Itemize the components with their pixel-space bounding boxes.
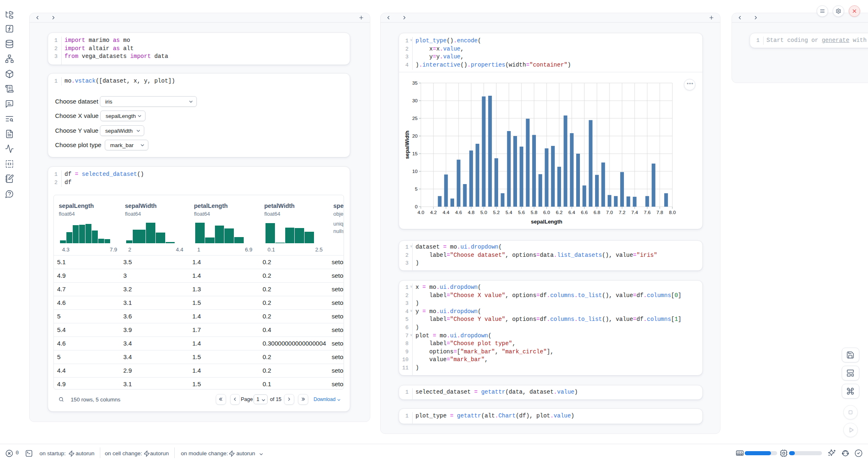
svg-text:7.6: 7.6 [644, 210, 651, 215]
svg-text:10: 10 [412, 168, 418, 174]
svg-text:8.0: 8.0 [669, 210, 676, 215]
svg-text:sepalWidth: sepalWidth [404, 131, 410, 159]
svg-text:25: 25 [412, 115, 418, 121]
svg-text:6.8: 6.8 [593, 210, 600, 215]
svg-text:5.8: 5.8 [531, 210, 538, 215]
svg-text:4.4: 4.4 [443, 210, 450, 215]
svg-text:4.0: 4.0 [418, 210, 425, 215]
svg-text:5.2: 5.2 [493, 210, 499, 215]
svg-text:35: 35 [412, 80, 418, 86]
svg-text:7.8: 7.8 [656, 210, 663, 215]
svg-text:5.0: 5.0 [480, 210, 487, 215]
svg-text:4.8: 4.8 [468, 210, 475, 215]
svg-text:4.6: 4.6 [455, 210, 462, 215]
svg-text:5.6: 5.6 [518, 210, 525, 215]
svg-text:0: 0 [415, 204, 418, 210]
svg-text:6.6: 6.6 [581, 210, 588, 215]
svg-text:sepalLength: sepalLength [531, 219, 563, 225]
svg-text:20: 20 [412, 133, 418, 139]
svg-text:5: 5 [415, 186, 418, 192]
svg-text:6.0: 6.0 [543, 210, 550, 215]
svg-text:5.4: 5.4 [506, 210, 512, 215]
svg-text:30: 30 [412, 98, 418, 104]
svg-text:7.2: 7.2 [619, 210, 625, 215]
svg-text:7.4: 7.4 [631, 210, 638, 215]
svg-text:6.4: 6.4 [568, 210, 575, 215]
svg-text:15: 15 [412, 151, 418, 157]
svg-text:6.2: 6.2 [556, 210, 562, 215]
svg-text:4.2: 4.2 [430, 210, 436, 215]
svg-text:7.0: 7.0 [606, 210, 613, 215]
